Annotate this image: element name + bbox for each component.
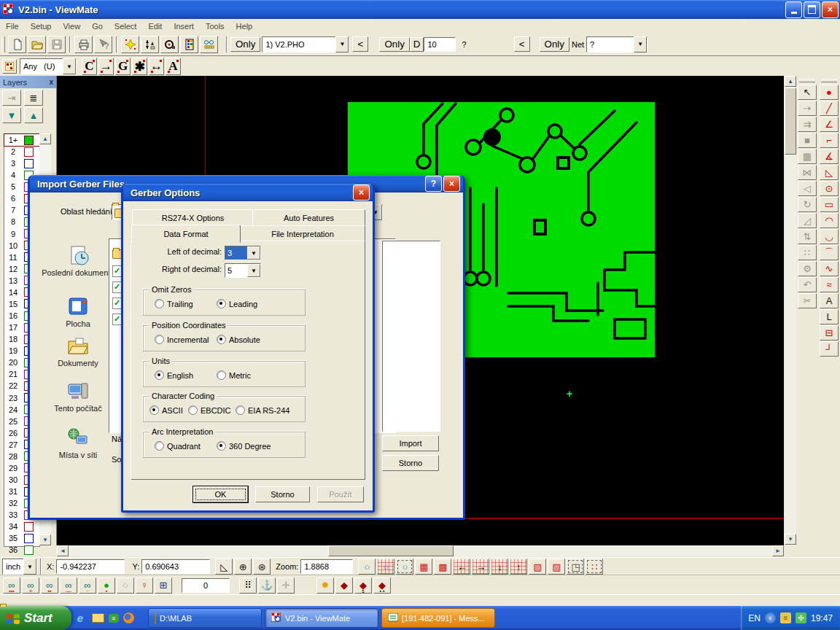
- select-text-button[interactable]: A: [166, 58, 181, 75]
- label-tool-button[interactable]: L: [820, 309, 839, 324]
- flash-burst-button[interactable]: ✹: [316, 578, 334, 594]
- layer-row-1[interactable]: 1+: [4, 134, 39, 146]
- radio-ascii[interactable]: ASCII: [149, 405, 183, 415]
- tray-chevron-icon[interactable]: ‹: [765, 612, 776, 623]
- layer-combo-arrow-icon[interactable]: ▼: [335, 36, 349, 52]
- quicklaunch-firefox-icon[interactable]: [123, 612, 134, 623]
- select-flash-button[interactable]: ✱: [132, 58, 147, 75]
- move-origin-button[interactable]: ✛: [277, 578, 295, 594]
- pan-left-button[interactable]: ←: [453, 559, 470, 575]
- pattern-fill-tool-button[interactable]: ▦: [798, 149, 817, 164]
- draw-rect-tool-button[interactable]: ▭: [820, 197, 839, 212]
- menu-setup[interactable]: Setup: [25, 20, 58, 32]
- view-lines-button[interactable]: ∞≡: [22, 578, 39, 594]
- scroll-right-icon[interactable]: ►: [772, 545, 784, 556]
- grid-dots-button[interactable]: ▦: [415, 559, 432, 575]
- select-trace-button[interactable]: ↔: [149, 58, 164, 75]
- layer-color-swatch[interactable]: [24, 522, 34, 532]
- draw-spline-tool-button[interactable]: ≈: [820, 277, 839, 292]
- layer-scroll-down-icon[interactable]: ▼: [39, 534, 51, 545]
- zoom-grid-button[interactable]: ○: [377, 559, 394, 575]
- canvas-horizontal-scrollbar[interactable]: ◄ ►: [57, 545, 784, 556]
- pad-dots-button[interactable]: ◆▪ ▪: [373, 578, 391, 594]
- canvas-vertical-scrollbar[interactable]: ▲ ▼: [785, 76, 796, 545]
- cancel-button[interactable]: Storno: [255, 486, 310, 502]
- draw-path-tool-button[interactable]: ⌐: [820, 133, 839, 148]
- view-outline-button[interactable]: ∞—: [60, 578, 77, 594]
- origin-button[interactable]: ⊕: [234, 559, 252, 575]
- net-combo[interactable]: ? ▼: [586, 36, 648, 52]
- view-dots-button[interactable]: ∞•••: [3, 578, 20, 594]
- gerber-dialog-titlebar[interactable]: Gerber Options ×: [123, 184, 373, 201]
- save-file-button[interactable]: [47, 36, 66, 53]
- draw-angle-tool-button[interactable]: ∡: [820, 149, 839, 164]
- draw-pad-tool-button[interactable]: ●: [820, 85, 839, 100]
- measure-angle-button[interactable]: ◺: [215, 559, 233, 575]
- radio-incremental[interactable]: Incremental: [155, 335, 209, 344]
- draw-curve-tool-button[interactable]: ◠: [820, 213, 839, 228]
- import-cancel-button[interactable]: Storno: [382, 455, 439, 471]
- selection-filter-arrow-icon[interactable]: ▼: [63, 58, 76, 74]
- unit-combo[interactable]: inch ▼: [2, 559, 37, 575]
- probe-button[interactable]: ♀: [136, 578, 153, 594]
- tab-auto-features[interactable]: Auto Features: [252, 209, 365, 226]
- scroll-left-icon[interactable]: ◄: [57, 545, 69, 556]
- place-my-computer[interactable]: Tento počítač: [37, 381, 119, 413]
- menu-tools[interactable]: Tools: [200, 20, 230, 32]
- resize-tool-button[interactable]: ◿: [798, 213, 817, 228]
- ok-button[interactable]: OK: [193, 486, 248, 502]
- text-tool-button[interactable]: A: [820, 293, 839, 308]
- toolbar-grip[interactable]: [1, 36, 5, 52]
- zoom-tool-button[interactable]: ○: [358, 559, 376, 575]
- draw-sketch-tool-button[interactable]: ∿: [820, 261, 839, 276]
- select-gcode-button[interactable]: G: [115, 58, 131, 75]
- radio-ebcdic[interactable]: EBCDIC: [188, 405, 231, 415]
- pan-up-button[interactable]: ↑: [510, 559, 527, 575]
- radio-english[interactable]: English: [155, 370, 193, 380]
- start-button[interactable]: Start: [0, 606, 71, 630]
- pan-down-button[interactable]: ↓: [491, 559, 508, 575]
- selection-filter-button[interactable]: [2, 59, 17, 74]
- place-network-places[interactable]: Místa v síti: [37, 427, 119, 459]
- view-solid-button[interactable]: ∞▪▪: [41, 578, 58, 594]
- toolbar-grip[interactable]: [799, 79, 815, 82]
- vertical-scroll-thumb[interactable]: [785, 88, 796, 155]
- goto-dcode-button[interactable]: →: [98, 58, 114, 75]
- menu-view[interactable]: View: [57, 20, 86, 32]
- draw-ellipse-tool-button[interactable]: ⌒: [820, 245, 839, 260]
- restore-button[interactable]: [804, 1, 820, 18]
- tray-green-icon[interactable]: ✣: [796, 612, 806, 623]
- anchor-button[interactable]: ⚓: [258, 578, 276, 594]
- only-dcode-button[interactable]: Only: [379, 37, 409, 52]
- quicklaunch-book-icon[interactable]: ≡: [109, 614, 119, 623]
- tab-file-interpretation[interactable]: File Interpretation: [240, 225, 365, 242]
- selection-filter-combo[interactable]: Any (U) ▼: [20, 58, 77, 74]
- view-sketch-button[interactable]: ∞~: [79, 578, 96, 594]
- place-desktop[interactable]: Plocha: [37, 296, 119, 328]
- unit-combo-arrow-icon[interactable]: ▼: [23, 559, 36, 575]
- radio-absolute[interactable]: Absolute: [217, 335, 260, 344]
- draw-line-tool-button[interactable]: ╱: [820, 101, 839, 116]
- layer-row-36[interactable]: 36: [4, 544, 39, 556]
- radio-leading[interactable]: Leading: [217, 299, 257, 308]
- undo-tool-button[interactable]: ↶: [798, 277, 817, 292]
- dcode-view-button[interactable]: [160, 36, 179, 53]
- grid-table-button[interactable]: ⊞: [155, 578, 172, 594]
- apply-button[interactable]: Použít: [317, 486, 364, 502]
- highlight-on-button[interactable]: ●▪: [98, 578, 115, 594]
- step-repeat-tool-button[interactable]: ⇅: [798, 229, 817, 244]
- relative-origin-button[interactable]: ⊛: [253, 559, 271, 575]
- menu-edit[interactable]: Edit: [142, 20, 168, 32]
- layer-down-button[interactable]: ▼: [2, 107, 21, 123]
- layer-color-swatch[interactable]: [24, 147, 34, 157]
- radio-trailing[interactable]: Trailing: [155, 299, 193, 308]
- layer-combo[interactable]: 1) V2.PHO ▼: [262, 36, 349, 52]
- select-area-button[interactable]: ◳: [567, 559, 584, 575]
- zoom-in-grid-button[interactable]: ▨: [548, 559, 565, 575]
- copy-tool-button[interactable]: ⇉: [798, 117, 817, 132]
- import-button[interactable]: Import: [382, 435, 439, 451]
- layer-row-2[interactable]: 2: [4, 146, 39, 158]
- move-tool-button[interactable]: ⇢: [798, 101, 817, 116]
- snip-tool-button[interactable]: ✂: [798, 293, 817, 308]
- dimension-tool-button[interactable]: ⊟: [820, 325, 839, 341]
